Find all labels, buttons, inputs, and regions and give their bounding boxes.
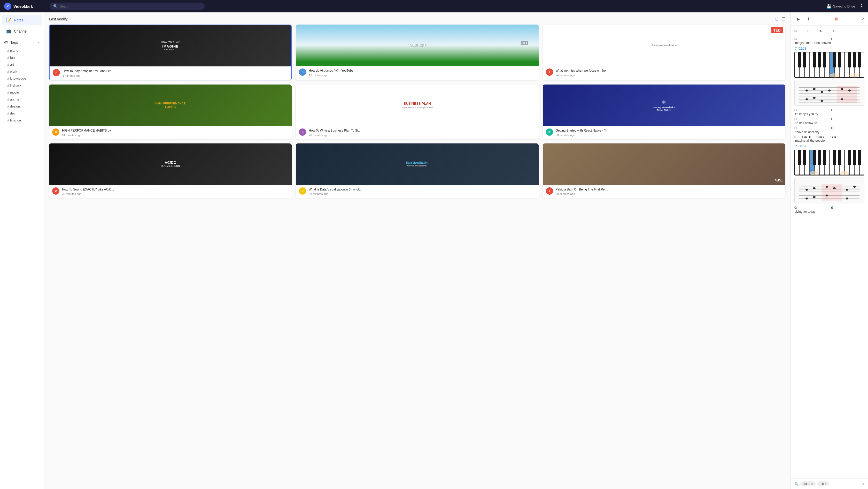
svg-rect-20 [833,53,836,67]
svg-rect-68 [823,150,826,165]
tag-piano-remove[interactable]: × [811,482,813,485]
chord-row-4: C F [795,117,864,121]
panel-tags: 🔍 piano × fun × ∧ [791,479,868,489]
sidebar-tag-item[interactable]: # knowledge [0,75,44,82]
lyric-row-6: Imagine all the people [795,139,864,143]
video-card[interactable]: TED Scatter plot visualization T What we… [543,25,785,81]
chord-block-7: G G Living for today [795,206,864,213]
sheet-music-2 [795,178,864,204]
svg-point-94 [805,197,808,200]
channel-avatar: S [299,68,306,76]
video-card[interactable]: TAKE OFF LIFT S How do Airplanes fly? - … [296,25,538,81]
tag-fun-remove[interactable]: × [825,482,827,485]
video-meta: How To Write a Business Plan To St... 26… [309,128,535,137]
video-thumbnail: BUSINESS PLAN A goal without a plan is j… [296,85,538,126]
video-thumbnail: TAKE OFF LIFT [296,25,538,66]
tag-icon: 🏷 [4,40,8,44]
app-name: VideoMark [13,4,33,8]
logo-icon: V [4,3,11,10]
video-time: 30 minutes ago [556,133,782,137]
grid-view-button[interactable]: ⊞ [775,17,779,22]
video-thumbnail: ⚛ Getting Started withReact Native [543,85,785,126]
svg-point-26 [849,73,860,77]
tags-header[interactable]: 🏷 Tags ▾ [0,38,44,47]
content-header: Last modify ▾ ⊞ ☰ [44,12,790,25]
content-area: Last modify ▾ ⊞ ☰ HOW TO PLAY IMAGINE ON… [44,12,790,489]
video-card[interactable]: Data VisualizationWhy is it important? D… [296,144,538,198]
sidebar-item-notes[interactable]: 📝 Notes [2,15,41,25]
video-time: 1 minutes ago [63,74,288,77]
search-icon: 🔍 [53,4,58,8]
sidebar-notes-label: Notes [14,18,24,22]
sidebar-channel-label: Channel [14,29,27,33]
video-card[interactable]: HIGH PERFORMANCEHABITS B HIGH PERFORMANC… [49,85,292,139]
sidebar: 📝 Notes 📺 Channel 🏷 Tags ▾ # piano# fun#… [0,12,44,489]
video-time: 26 minutes ago [309,133,535,137]
svg-rect-38 [837,86,857,103]
timestamp-2[interactable]: ⏱ 06:57 [795,145,864,148]
play-button[interactable]: ▶ [795,15,802,23]
share-button[interactable]: ⬆ [804,15,812,23]
timestamp-2-label: 06:57 [799,145,806,148]
svg-point-48 [841,98,843,100]
tag-piano-label: piano [803,482,810,486]
sidebar-tag-item[interactable]: # work [0,68,44,75]
video-card[interactable]: HOW TO PLAY IMAGINE ON PIANO P How To Pl… [49,25,292,81]
clock-icon-1: ⏱ [795,47,798,51]
video-card[interactable]: AC/DC DRUM LESSON D How To Sound EXACTLY… [49,144,292,198]
channel-avatar: D [299,187,306,194]
timestamp-1[interactable]: ⏱ 02:18 [795,47,864,51]
video-card[interactable]: BUSINESS PLAN A goal without a plan is j… [296,85,538,139]
menu-icon[interactable]: ⋮ [859,3,864,9]
search-bar[interactable]: 🔍 [50,3,205,10]
sidebar-tag-item[interactable]: # design [0,103,44,110]
sidebar-tag-item[interactable]: # finance [0,117,44,124]
svg-point-90 [826,186,828,188]
sidebar-tag-item[interactable]: # art [0,61,44,68]
sidebar-item-channel[interactable]: 📺 Channel [2,26,41,36]
video-card[interactable]: ⚛ Getting Started withReact Native K Get… [543,85,785,139]
chord-row-3: C F [795,108,864,112]
list-view-button[interactable]: ☰ [782,17,785,22]
expand-button[interactable]: ⤢ [861,17,864,21]
sidebar-tag-item[interactable]: # dev [0,110,44,117]
sort-dropdown-icon: ▾ [69,17,71,21]
notes-icon: 📝 [6,18,11,23]
video-thumbnail: Data VisualizationWhy is it important? [296,144,538,185]
video-card[interactable]: TIME T Patricia Bath On Being The First … [543,144,785,198]
sidebar-tag-item[interactable]: # piano [0,47,44,54]
svg-point-91 [833,187,836,189]
video-title: What we miss when we focus on the... [556,68,782,73]
search-tags-icon: 🔍 [795,482,799,486]
piano-image-1 [795,52,864,78]
svg-rect-67 [818,150,821,165]
sidebar-tag-item[interactable]: # movie [0,89,44,96]
sort-selector[interactable]: Last modify ▾ [49,17,71,21]
svg-rect-87 [822,184,842,201]
sidebar-tag-item[interactable]: # anime [0,96,44,103]
right-panel-toolbar: ▶ ⬆ 🗑 ⤢ [791,12,868,26]
delete-button[interactable]: 🗑 [833,15,841,23]
channel-avatar: B [52,128,59,136]
sidebar-tag-item[interactable]: # lifehack [0,82,44,89]
topbar: V VideoMark 🔍 💾 Saved to Drive ⋮ [0,0,868,12]
channel-avatar: K [546,128,553,136]
svg-point-97 [846,197,848,200]
view-controls: ⊞ ☰ [775,17,785,22]
sidebar-tag-item[interactable]: # fun [0,54,44,61]
tag-chip-piano: piano × [800,481,815,486]
svg-point-42 [828,89,831,91]
panel-tags-chevron-icon[interactable]: ∧ [862,482,864,486]
video-info: K Getting Started with React Native - Y.… [543,126,785,139]
video-time: 30 minutes ago [309,192,535,195]
video-thumbnail: HOW TO PLAY IMAGINE ON PIANO [50,25,291,66]
svg-rect-72 [853,150,856,165]
chord-row-1: C F C F [795,29,864,33]
video-title: How do Airplanes fly? - YouTube [309,68,535,73]
svg-point-95 [813,196,815,198]
lyric-row-3: It's easy if you try [795,112,864,116]
svg-rect-16 [803,53,806,67]
video-title: How To Write a Business Plan To St... [309,128,535,133]
search-input[interactable] [60,4,201,8]
svg-rect-22 [848,53,851,67]
